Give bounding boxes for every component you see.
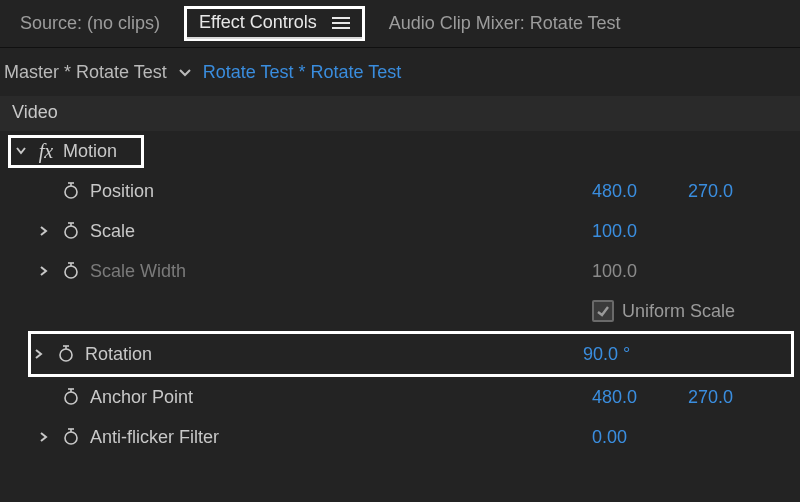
chevron-right-icon[interactable]	[36, 224, 52, 238]
stopwatch-icon[interactable]	[55, 344, 77, 364]
motion-highlight: fx Motion	[8, 135, 144, 168]
stopwatch-icon[interactable]	[60, 181, 82, 201]
tab-effect-controls[interactable]: Effect Controls	[184, 6, 365, 41]
chevron-down-icon[interactable]	[177, 66, 193, 78]
svg-point-3	[65, 186, 77, 198]
property-scale: Scale 100.0	[0, 211, 800, 251]
breadcrumb-clip[interactable]: Rotate Test * Rotate Test	[203, 62, 401, 83]
effect-controls-breadcrumb: Master * Rotate Test Rotate Test * Rotat…	[0, 48, 800, 96]
stopwatch-icon[interactable]	[60, 427, 82, 447]
property-position-label: Position	[90, 181, 584, 202]
position-y-value[interactable]: 270.0	[688, 181, 748, 202]
effect-list: fx Motion Position 480.0 270.0	[0, 131, 800, 457]
anti-flicker-value[interactable]: 0.00	[592, 427, 652, 448]
stopwatch-icon[interactable]	[60, 221, 82, 241]
property-anti-flicker-label: Anti-flicker Filter	[90, 427, 584, 448]
svg-point-15	[65, 392, 77, 404]
rotation-highlight: Rotation 90.0 °	[28, 331, 794, 377]
property-rotation-label: Rotation	[85, 344, 575, 365]
property-anchor-point: Anchor Point 480.0 270.0	[0, 377, 800, 417]
uniform-scale-checkbox[interactable]	[592, 300, 614, 322]
position-x-value[interactable]: 480.0	[592, 181, 652, 202]
svg-point-12	[60, 349, 72, 361]
panel-tabbar: Source: (no clips) Effect Controls Audio…	[0, 0, 800, 48]
property-scale-width: Scale Width 100.0	[0, 251, 800, 291]
scale-value[interactable]: 100.0	[592, 221, 652, 242]
effect-motion-label: Motion	[63, 141, 135, 162]
scale-width-value: 100.0	[592, 261, 652, 282]
property-position: Position 480.0 270.0	[0, 171, 800, 211]
uniform-scale-label: Uniform Scale	[622, 301, 735, 322]
chevron-right-icon[interactable]	[31, 347, 47, 361]
effect-motion-header[interactable]: fx Motion	[0, 131, 800, 171]
section-video-label: Video	[12, 102, 58, 122]
chevron-right-icon[interactable]	[36, 264, 52, 278]
tab-audio-clip-mixer[interactable]: Audio Clip Mixer: Rotate Test	[375, 5, 635, 42]
svg-point-6	[65, 226, 77, 238]
property-scale-label: Scale	[90, 221, 584, 242]
tab-audio-mixer-label: Audio Clip Mixer: Rotate Test	[389, 13, 621, 33]
hamburger-icon[interactable]	[332, 16, 350, 30]
svg-point-18	[65, 432, 77, 444]
tab-source[interactable]: Source: (no clips)	[6, 5, 174, 42]
breadcrumb-master: Master * Rotate Test	[4, 62, 167, 83]
svg-point-9	[65, 266, 77, 278]
section-video: Video	[0, 96, 800, 131]
stopwatch-icon[interactable]	[60, 387, 82, 407]
chevron-right-icon[interactable]	[36, 430, 52, 444]
tab-effect-controls-label: Effect Controls	[199, 12, 317, 32]
property-uniform-scale: Uniform Scale	[0, 291, 800, 331]
anchor-point-y-value[interactable]: 270.0	[688, 387, 748, 408]
property-anchor-point-label: Anchor Point	[90, 387, 584, 408]
chevron-down-icon[interactable]	[13, 145, 29, 157]
property-scale-width-label: Scale Width	[90, 261, 584, 282]
fx-icon[interactable]: fx	[35, 140, 57, 163]
tab-source-label: Source: (no clips)	[20, 13, 160, 33]
property-rotation: Rotation 90.0 °	[31, 334, 791, 374]
anchor-point-x-value[interactable]: 480.0	[592, 387, 652, 408]
stopwatch-icon	[60, 261, 82, 281]
rotation-value[interactable]: 90.0 °	[583, 344, 643, 365]
property-anti-flicker: Anti-flicker Filter 0.00	[0, 417, 800, 457]
